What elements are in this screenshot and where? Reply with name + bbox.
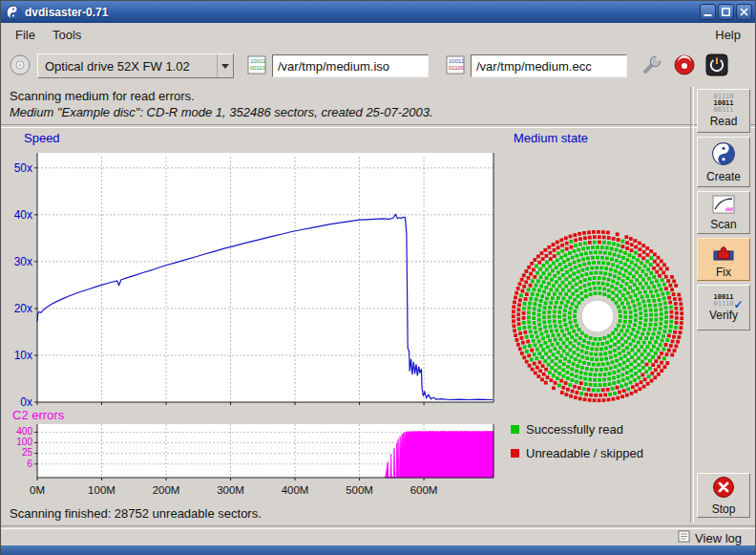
svg-text:00110: 00110	[250, 65, 266, 71]
preferences-button[interactable]	[639, 53, 665, 79]
svg-text:30x: 30x	[14, 255, 32, 268]
toolbar: Optical drive 52X FW 1.02 10011 00110 10…	[1, 46, 755, 86]
svg-text:0x: 0x	[20, 395, 32, 407]
svg-text:20x: 20x	[14, 302, 32, 315]
scan-button-label: Scan	[710, 218, 736, 231]
red-swatch	[511, 449, 519, 458]
legend-label-unreadable: Unreadable / skipped	[526, 446, 643, 460]
svg-text:600M: 600M	[410, 484, 438, 496]
read-binary-icon: 011101001100111	[713, 94, 733, 114]
ecc-file-button[interactable]: 10011 01100	[442, 53, 469, 79]
svg-text:200M: 200M	[153, 484, 180, 496]
c2-errors-title: C2 errors	[12, 408, 64, 422]
app-window: dvdisaster-0.71 File Tools Help	[0, 0, 756, 555]
read-button-label: Read	[710, 115, 738, 128]
svg-text:40x: 40x	[14, 208, 32, 222]
stop-button[interactable]: Stop	[697, 473, 750, 518]
menubar: File Tools Help	[1, 23, 755, 46]
yin-yang-icon	[711, 141, 736, 169]
medium-state-title: Medium state	[514, 131, 588, 145]
separator	[1, 525, 755, 529]
puzzle-piece-icon	[712, 241, 735, 265]
svg-text:25: 25	[22, 447, 33, 458]
svg-text:6: 6	[27, 459, 32, 469]
drive-select-value: Optical drive 52X FW 1.02	[38, 59, 217, 74]
c2-errors-chart: 4001002560M100M200M300M400M500M600M	[9, 423, 497, 502]
svg-text:500M: 500M	[346, 484, 373, 496]
verify-button[interactable]: 1001101110✓ Verify	[697, 285, 750, 331]
check-icon: ✓	[733, 298, 743, 311]
titlebar[interactable]: dvdisaster-0.71	[1, 1, 755, 23]
create-button-label: Create	[706, 170, 741, 183]
svg-text:100: 100	[16, 437, 32, 447]
separator	[1, 124, 755, 128]
stop-button-label: Stop	[712, 502, 736, 516]
iso-file-icon: 10011 00110	[246, 54, 267, 78]
svg-text:50x: 50x	[14, 161, 32, 175]
svg-text:300M: 300M	[217, 484, 244, 496]
window-bottom-border	[1, 545, 755, 555]
quit-button[interactable]	[704, 53, 730, 79]
view-log-button[interactable]: View log	[672, 528, 747, 547]
menu-help[interactable]: Help	[706, 26, 749, 44]
medium-state-legend: Successfully read Unreadable / skipped	[511, 417, 643, 465]
maximize-button[interactable]	[718, 4, 734, 20]
ecc-file-icon: 10011 01100	[445, 54, 466, 78]
svg-text:10011: 10011	[449, 58, 465, 64]
status-message: Scanning medium for read errors.	[10, 89, 195, 103]
chevron-down-icon	[217, 54, 233, 77]
power-icon	[705, 53, 728, 79]
view-log-label: View log	[695, 531, 742, 545]
svg-text:100M: 100M	[88, 484, 116, 496]
stop-icon	[712, 476, 735, 502]
fix-button[interactable]: Fix	[697, 238, 750, 281]
svg-text:01100: 01100	[449, 65, 465, 71]
dvdisaster-logo-icon	[673, 53, 696, 79]
wrench-icon	[640, 53, 663, 79]
optical-drive-icon	[9, 53, 32, 79]
svg-text:400M: 400M	[282, 484, 309, 496]
ecc-path-input[interactable]	[471, 54, 627, 77]
svg-text:0M: 0M	[30, 484, 45, 496]
legend-unreadable: Unreadable / skipped	[511, 441, 643, 465]
window-controls	[700, 4, 752, 20]
legend-successfully-read: Successfully read	[511, 417, 643, 441]
green-swatch	[511, 425, 519, 434]
medium-info: Medium "Example disc": CD-R mode 1, 3524…	[10, 105, 433, 119]
speed-chart-title: Speed	[24, 131, 60, 145]
close-button[interactable]	[736, 4, 752, 20]
drive-button[interactable]	[7, 53, 33, 79]
legend-label-read: Successfully read	[526, 422, 623, 437]
app-icon	[6, 5, 21, 20]
log-icon	[678, 530, 690, 545]
scan-chart-icon	[712, 195, 735, 217]
speed-chart: 0x10x20x30x40x50x	[9, 147, 497, 407]
scan-button[interactable]: Scan	[697, 191, 750, 234]
read-button[interactable]: 011101001100111 Read	[697, 89, 750, 133]
iso-path-input[interactable]	[272, 54, 429, 77]
verify-binary-icon: 1001101110✓	[713, 294, 733, 308]
fix-button-label: Fix	[716, 266, 731, 279]
svg-text:10011: 10011	[250, 58, 266, 64]
drive-select[interactable]: Optical drive 52X FW 1.02	[37, 53, 234, 78]
iso-file-button[interactable]: 10011 00110	[243, 53, 270, 79]
sidebar-separator	[690, 87, 694, 523]
svg-text:10x: 10x	[14, 349, 32, 362]
scan-result-status: Scanning finished: 28752 unreadable sect…	[10, 506, 262, 521]
create-button[interactable]: Create	[697, 137, 750, 187]
menu-tools[interactable]: Tools	[44, 26, 90, 44]
window-title: dvdisaster-0.71	[25, 6, 108, 19]
menu-file[interactable]: File	[7, 26, 44, 44]
about-button[interactable]	[671, 53, 698, 79]
svg-text:400: 400	[16, 426, 32, 437]
minimize-button[interactable]	[700, 4, 716, 20]
medium-state-disc	[504, 223, 691, 410]
